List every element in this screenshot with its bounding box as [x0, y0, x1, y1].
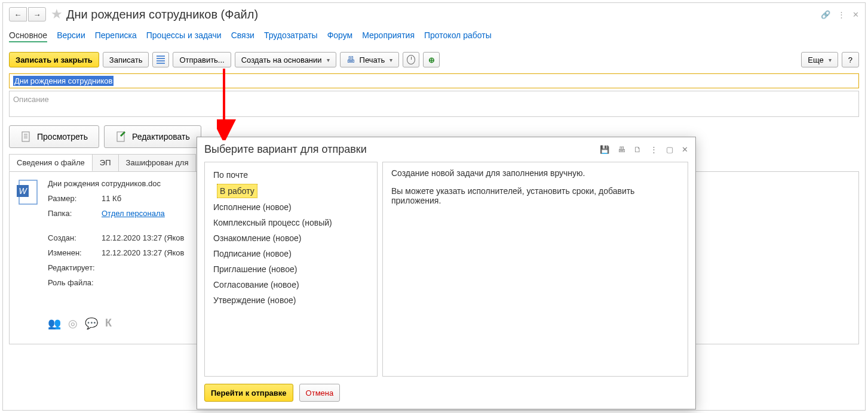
folder-label: Папка:	[48, 209, 102, 218]
clock-icon	[407, 55, 415, 64]
svg-rect-0	[22, 132, 29, 141]
option-review[interactable]: Ознакомление (новое)	[205, 230, 377, 246]
view-button[interactable]: Просмотреть	[9, 125, 99, 148]
kebab-icon-modal[interactable]: ⋮	[650, 145, 658, 154]
option-approve[interactable]: Утверждение (новое)	[205, 292, 377, 308]
more-button[interactable]: Еще	[801, 52, 838, 67]
clock-button[interactable]	[403, 52, 419, 67]
close-icon-modal[interactable]: ✕	[682, 145, 688, 154]
print-icon	[346, 55, 357, 64]
tab-processes[interactable]: Процессы и задачи	[146, 30, 222, 42]
send-button[interactable]: Отправить...	[173, 52, 231, 67]
toolbar: Записать и закрыть Записать Отправить...…	[3, 48, 865, 71]
titlebar: ← → ★ Дни рождения сотрудников (Файл) 🔗 …	[3, 3, 865, 26]
tab-versions[interactable]: Версии	[57, 30, 85, 42]
nav-tabs: Основное Версии Переписка Процессы и зад…	[3, 26, 865, 48]
forward-button[interactable]: →	[28, 7, 46, 21]
file-name: Дни рождения сотрудников.doc	[48, 179, 161, 188]
desc-line-1: Создание новой задачи для заполнения вру…	[391, 168, 679, 178]
help-button[interactable]: ?	[842, 52, 859, 67]
name-input[interactable]: Дни рождения сотрудников	[9, 73, 859, 88]
edits-label: Редактирует:	[48, 263, 102, 272]
created-label: Создан:	[48, 233, 102, 242]
option-sign[interactable]: Подписание (новое)	[205, 246, 377, 261]
svg-text:W: W	[19, 186, 27, 196]
save-close-button[interactable]: Записать и закрыть	[9, 52, 99, 67]
users-icon[interactable]: 👥	[48, 317, 61, 330]
main-window: ← → ★ Дни рождения сотрудников (Файл) 🔗 …	[2, 2, 866, 411]
tab-events[interactable]: Мероприятия	[362, 30, 415, 42]
modified-value: 12.12.2020 13:27 (Яков	[102, 248, 185, 257]
close-icon[interactable]: ✕	[852, 10, 859, 19]
option-invite[interactable]: Приглашение (новое)	[205, 261, 377, 277]
document-icon	[20, 131, 32, 143]
created-value: 12.12.2020 13:27 (Яков	[102, 233, 185, 242]
modified-label: Изменен:	[48, 248, 102, 257]
save-button[interactable]: Записать	[103, 52, 149, 67]
option-execution[interactable]: Исполнение (новое)	[205, 199, 377, 215]
option-complex[interactable]: Комплексный процесс (новый)	[205, 215, 377, 230]
modal-title: Выберите вариант для отправки	[204, 143, 367, 156]
print-button[interactable]: Печать	[340, 52, 400, 67]
maximize-icon[interactable]: ▢	[666, 145, 673, 154]
add-button[interactable]: ⊕	[423, 52, 440, 67]
print-icon-modal[interactable]: 🖶	[618, 145, 625, 154]
option-work[interactable]: В работу	[217, 184, 257, 198]
save-icon[interactable]: 💾	[600, 145, 609, 154]
target-icon[interactable]: ◎	[68, 317, 78, 330]
back-button[interactable]: ←	[9, 7, 27, 21]
option-agree[interactable]: Согласование (новое)	[205, 277, 377, 292]
go-send-button[interactable]: Перейти к отправке	[204, 384, 293, 402]
option-list: По почте В работу Исполнение (новое) Ком…	[204, 162, 378, 377]
option-mail[interactable]: По почте	[205, 167, 377, 183]
search-icon[interactable]: 🗋	[634, 145, 642, 154]
edit-icon	[115, 131, 127, 143]
cancel-button[interactable]: Отмена	[299, 384, 341, 402]
desc-line-2: Вы можете указать исполнителей, установи…	[391, 186, 679, 205]
tab-protocol[interactable]: Протокол работы	[424, 30, 492, 42]
tab-correspondence[interactable]: Переписка	[95, 30, 137, 42]
word-file-icon: W	[17, 179, 41, 208]
subtab-info[interactable]: Сведения о файле	[9, 154, 93, 171]
folder-link[interactable]: Отдел персонала	[102, 209, 165, 218]
description-textarea[interactable]: Описание	[9, 91, 859, 117]
size-value: 11 Кб	[102, 194, 121, 203]
subtab-encrypted[interactable]: Зашифрован для	[118, 154, 197, 171]
role-label: Роль файла:	[48, 278, 102, 287]
plus-icon: ⊕	[428, 56, 435, 64]
chat-icon[interactable]: 💬	[85, 317, 98, 330]
tab-main[interactable]: Основное	[9, 30, 47, 42]
tab-forum[interactable]: Форум	[327, 30, 353, 42]
k-icon[interactable]: К	[105, 317, 112, 330]
kebab-icon[interactable]: ⋮	[838, 10, 845, 19]
link-icon[interactable]: 🔗	[821, 10, 830, 19]
favorite-star-icon[interactable]: ★	[51, 7, 63, 22]
send-options-modal: Выберите вариант для отправки 💾 🖶 🗋 ⋮ ▢ …	[197, 137, 696, 409]
subtab-ep[interactable]: ЭП	[92, 154, 119, 171]
tab-links[interactable]: Связи	[231, 30, 254, 42]
window-title: Дни рождения сотрудников (Файл)	[66, 8, 258, 21]
size-label: Размер:	[48, 194, 102, 203]
description-box: Создание новой задачи для заполнения вру…	[382, 162, 688, 377]
tab-labor[interactable]: Трудозатраты	[264, 30, 318, 42]
create-based-button[interactable]: Создать на основании	[235, 52, 336, 67]
list-button[interactable]	[152, 52, 169, 67]
edit-button[interactable]: Редактировать	[104, 125, 201, 148]
